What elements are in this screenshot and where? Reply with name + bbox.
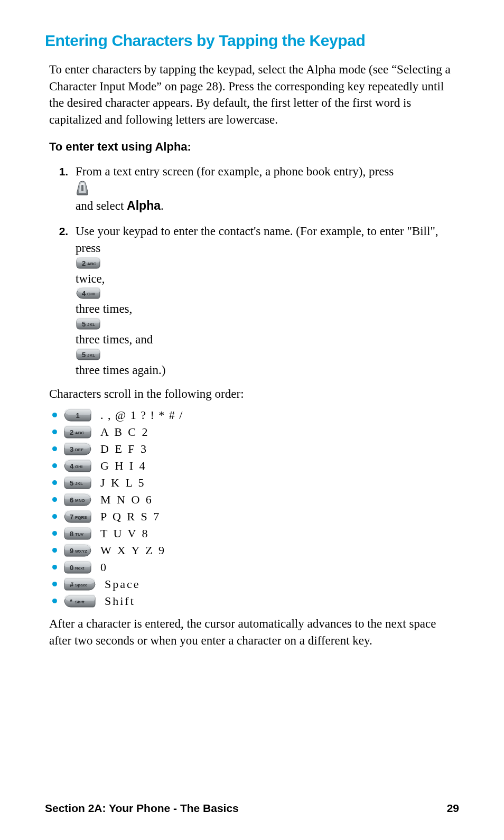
key-row: 9 WXYZ W X Y Z 9 <box>49 544 459 557</box>
svg-text:MNO: MNO <box>75 498 85 503</box>
svg-text:7: 7 <box>70 513 73 521</box>
subheading: To enter text using Alpha: <box>49 140 459 154</box>
bullet-icon <box>52 430 57 434</box>
svg-text:4: 4 <box>70 462 74 470</box>
footer-page-number: 29 <box>447 802 459 815</box>
svg-text:9: 9 <box>70 547 73 555</box>
key-characters: T U V 8 <box>100 527 150 540</box>
step-2-text-e: three times again.) <box>76 363 166 377</box>
keypad-key-icon: 4 GHI <box>63 459 92 473</box>
key-characters: G H I 4 <box>100 459 147 473</box>
key-row: 3 DEF D E F 3 <box>49 442 459 456</box>
closing-paragraph: After a character is entered, the cursor… <box>49 615 459 649</box>
instruction-steps: From a text entry screen (for example, a… <box>49 163 459 380</box>
svg-text:3: 3 <box>70 445 73 453</box>
svg-text:WXYZ: WXYZ <box>75 549 87 554</box>
bullet-icon <box>52 531 57 536</box>
svg-text:JKL: JKL <box>87 353 95 358</box>
key-row: # Space Space <box>49 577 459 591</box>
keypad-key-icon: 7 PQRS <box>63 510 92 524</box>
svg-text:1: 1 <box>76 412 79 419</box>
bullet-icon <box>52 413 57 417</box>
svg-text:6: 6 <box>70 496 73 504</box>
step-2-text-b: twice, <box>76 272 105 285</box>
key-5jkl-icon: 5 JKL <box>76 318 459 330</box>
svg-text:8: 8 <box>70 530 73 538</box>
keypad-key-icon: # Space <box>63 577 96 591</box>
key-row: 1 . , @ 1 ? ! * # / <box>49 408 459 422</box>
key-characters: J K L 5 <box>100 476 146 490</box>
svg-text:#: # <box>70 581 74 589</box>
svg-text:ABC: ABC <box>75 431 85 435</box>
step-2-text-d: three times, and <box>76 333 153 346</box>
svg-rect-0 <box>81 185 83 191</box>
key-row: 8 TUV T U V 8 <box>49 527 459 540</box>
bullet-icon <box>52 463 57 468</box>
manual-page: Entering Characters by Tapping the Keypa… <box>0 0 504 649</box>
scroll-order-intro: Characters scroll in the following order… <box>49 387 459 401</box>
step-2-text-c: three times, <box>76 302 132 315</box>
key-2abc-icon: 2 ABC <box>76 257 459 269</box>
bullet-icon <box>52 497 57 502</box>
svg-text:Shift: Shift <box>75 600 85 604</box>
step-2: Use your keypad to enter the contact's n… <box>71 223 459 380</box>
svg-text:GHI: GHI <box>75 464 82 469</box>
svg-text:2: 2 <box>70 428 73 436</box>
keypad-key-icon: 2 ABC <box>63 425 92 439</box>
svg-text:5: 5 <box>82 351 86 359</box>
key-row: 4 GHI G H I 4 <box>49 459 459 473</box>
intro-paragraph: To enter characters by tapping the keypa… <box>49 61 459 128</box>
svg-text:2: 2 <box>82 259 86 267</box>
key-characters: Shift <box>105 594 135 608</box>
svg-text:JKL: JKL <box>75 481 83 486</box>
keypad-key-icon: 3 DEF <box>63 442 92 456</box>
key-characters: M N O 6 <box>100 493 153 507</box>
svg-text:Space: Space <box>75 583 88 587</box>
key-character-list: 1 . , @ 1 ? ! * # / 2 ABC A B C 2 3 DEF … <box>49 408 459 608</box>
bullet-icon <box>52 446 57 451</box>
alpha-label: Alpha <box>127 199 161 212</box>
step-2-text-a: Use your keypad to enter the contact's n… <box>76 225 438 255</box>
key-row: * Shift Shift <box>49 594 459 608</box>
step-1-text-a: From a text entry screen (for example, a… <box>76 165 394 178</box>
bullet-icon <box>52 582 57 586</box>
section-heading: Entering Characters by Tapping the Keypa… <box>45 32 459 50</box>
bullet-icon <box>52 514 57 519</box>
key-row: 5 JKL J K L 5 <box>49 476 459 490</box>
bullet-icon <box>52 599 57 603</box>
bullet-icon <box>52 548 57 553</box>
svg-text:Next: Next <box>75 566 85 571</box>
page-footer: Section 2A: Your Phone - The Basics 29 <box>0 802 504 815</box>
key-4ghi-icon: 4 GHI <box>76 287 459 300</box>
key-row: 6 MNO M N O 6 <box>49 493 459 507</box>
key-characters: W X Y Z 9 <box>100 544 166 557</box>
key-characters: A B C 2 <box>100 425 150 439</box>
step-1-text-c: . <box>161 199 164 212</box>
key-characters: . , @ 1 ? ! * # / <box>100 408 183 422</box>
svg-text:PQRS: PQRS <box>75 515 87 520</box>
keypad-key-icon: 0 Next <box>63 561 92 574</box>
keypad-key-icon: 6 MNO <box>63 493 92 507</box>
key-characters: Space <box>105 577 141 591</box>
svg-text:5: 5 <box>70 479 73 487</box>
key-row: 2 ABC A B C 2 <box>49 425 459 439</box>
key-characters: P Q R S 7 <box>100 510 161 524</box>
keypad-key-icon: 8 TUV <box>63 527 92 540</box>
svg-text:DEF: DEF <box>75 447 83 452</box>
svg-text:5: 5 <box>82 320 86 328</box>
footer-section-label: Section 2A: Your Phone - The Basics <box>45 802 239 815</box>
keypad-key-icon: 9 WXYZ <box>63 544 92 557</box>
key-row: 0 Next 0 <box>49 561 459 574</box>
svg-text:JKL: JKL <box>87 322 95 327</box>
svg-text:GHI: GHI <box>87 292 95 296</box>
key-row: 7 PQRS P Q R S 7 <box>49 510 459 524</box>
step-1: From a text entry screen (for example, a… <box>71 163 459 216</box>
key-characters: 0 <box>100 561 108 574</box>
svg-text:0: 0 <box>70 564 73 572</box>
keypad-key-icon: 5 JKL <box>63 476 92 490</box>
menu-softkey-icon <box>76 180 459 196</box>
svg-text:4: 4 <box>82 290 86 297</box>
step-1-text-b: and select <box>76 199 127 212</box>
svg-text:ABC: ABC <box>87 262 97 266</box>
svg-text:TUV: TUV <box>75 532 84 537</box>
